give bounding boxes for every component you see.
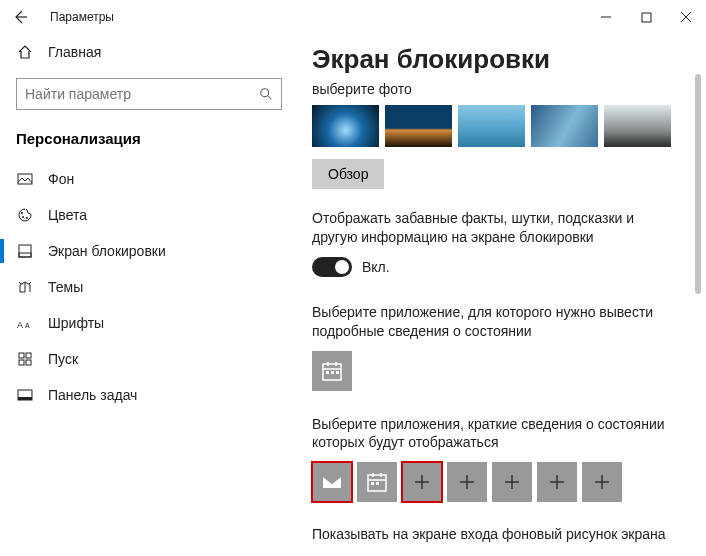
plus-icon [412, 472, 432, 492]
window-title: Параметры [50, 10, 114, 24]
svg-rect-6 [19, 245, 31, 257]
sidebar-item-themes[interactable]: Темы [16, 269, 282, 305]
arrow-left-icon [12, 9, 28, 25]
photo-thumb-1[interactable] [312, 105, 379, 147]
quick-status-tile-6[interactable] [537, 462, 577, 502]
sidebar-item-label: Пуск [48, 351, 78, 367]
sidebar: Главная Персонализация Фон Цвета Экран [0, 34, 298, 556]
quick-status-tile-4[interactable] [447, 462, 487, 502]
lockscreen-icon [16, 242, 34, 260]
window-controls [586, 0, 706, 34]
sidebar-item-fonts[interactable]: AА Шрифты [16, 305, 282, 341]
quick-status-tile-7[interactable] [582, 462, 622, 502]
sidebar-item-label: Фон [48, 171, 74, 187]
sidebar-item-label: Экран блокировки [48, 243, 166, 259]
choose-photo-label: выберите фото [312, 81, 682, 97]
search-input[interactable] [25, 86, 259, 102]
mail-icon [321, 471, 343, 493]
svg-point-5 [26, 217, 28, 219]
fonts-icon: AА [16, 314, 34, 332]
plus-icon [457, 472, 477, 492]
titlebar: Параметры [0, 0, 706, 34]
svg-rect-15 [18, 397, 32, 400]
svg-point-1 [261, 89, 269, 97]
quick-status-tile-1[interactable] [312, 462, 352, 502]
calendar-icon [366, 471, 388, 493]
scrollbar-thumb[interactable] [695, 74, 701, 294]
sidebar-item-label: Темы [48, 279, 83, 295]
svg-point-4 [22, 216, 24, 218]
quick-status-tile-3[interactable] [402, 462, 442, 502]
minimize-button[interactable] [586, 0, 626, 34]
plus-icon [592, 472, 612, 492]
svg-rect-0 [642, 13, 651, 22]
maximize-icon [641, 12, 652, 23]
page-heading: Экран блокировки [312, 44, 682, 75]
sidebar-item-home[interactable]: Главная [16, 34, 282, 70]
svg-rect-13 [26, 360, 31, 365]
back-button[interactable] [0, 0, 40, 34]
svg-rect-2 [18, 174, 32, 184]
themes-icon [16, 278, 34, 296]
close-button[interactable] [666, 0, 706, 34]
fun-facts-label: Отображать забавные факты, шутки, подска… [312, 209, 672, 247]
scrollbar[interactable] [690, 34, 706, 556]
svg-rect-22 [376, 482, 379, 485]
svg-rect-17 [326, 371, 329, 374]
home-icon [16, 43, 34, 61]
browse-button[interactable]: Обзор [312, 159, 384, 189]
photo-thumb-4[interactable] [531, 105, 598, 147]
picture-icon [16, 170, 34, 188]
palette-icon [16, 206, 34, 224]
photo-thumbnails [312, 105, 682, 147]
plus-icon [547, 472, 567, 492]
show-signin-bg-label: Показывать на экране входа фоновый рисун… [312, 526, 682, 542]
toggle-state-label: Вкл. [362, 259, 390, 275]
taskbar-icon [16, 386, 34, 404]
sidebar-item-colors[interactable]: Цвета [16, 197, 282, 233]
sidebar-item-background[interactable]: Фон [16, 161, 282, 197]
photo-thumb-2[interactable] [385, 105, 452, 147]
svg-text:A: A [17, 320, 23, 330]
photo-thumb-3[interactable] [458, 105, 525, 147]
close-icon [680, 11, 692, 23]
plus-icon [502, 472, 522, 492]
sidebar-item-label: Главная [48, 44, 101, 60]
sidebar-item-label: Панель задач [48, 387, 137, 403]
sidebar-category: Персонализация [16, 130, 282, 147]
fun-facts-toggle-row: Вкл. [312, 257, 682, 277]
svg-text:А: А [25, 322, 30, 329]
maximize-button[interactable] [626, 0, 666, 34]
search-box[interactable] [16, 78, 282, 110]
sidebar-item-label: Шрифты [48, 315, 104, 331]
calendar-icon [321, 360, 343, 382]
sidebar-item-lockscreen[interactable]: Экран блокировки [16, 233, 282, 269]
content-pane: Экран блокировки выберите фото Обзор Ото… [298, 34, 690, 556]
svg-rect-18 [331, 371, 334, 374]
svg-rect-12 [19, 360, 24, 365]
svg-rect-11 [26, 353, 31, 358]
svg-rect-10 [19, 353, 24, 358]
sidebar-item-taskbar[interactable]: Панель задач [16, 377, 282, 413]
quick-status-tile-5[interactable] [492, 462, 532, 502]
fun-facts-toggle[interactable] [312, 257, 352, 277]
minimize-icon [600, 11, 612, 23]
detailed-status-app-tile[interactable] [312, 351, 352, 391]
sidebar-item-label: Цвета [48, 207, 87, 223]
svg-point-3 [21, 212, 23, 214]
svg-rect-21 [371, 482, 374, 485]
search-icon [259, 87, 273, 101]
photo-thumb-5[interactable] [604, 105, 671, 147]
start-icon [16, 350, 34, 368]
detailed-status-label: Выберите приложение, для которого нужно … [312, 303, 672, 341]
sidebar-item-start[interactable]: Пуск [16, 341, 282, 377]
svg-rect-7 [19, 253, 31, 257]
quick-status-label: Выберите приложения, краткие сведения о … [312, 415, 672, 453]
quick-status-tile-2[interactable] [357, 462, 397, 502]
svg-rect-19 [336, 371, 339, 374]
